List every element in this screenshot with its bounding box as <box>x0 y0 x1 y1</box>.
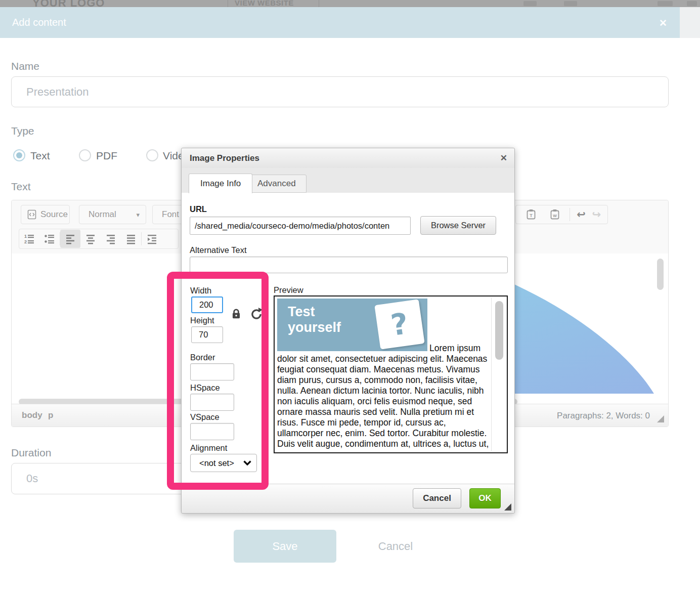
svg-text:W: W <box>553 214 557 218</box>
url-label: URL <box>190 204 207 214</box>
clipboard-undo-group: T W ↩ ↪ <box>515 205 608 224</box>
element-path-p[interactable]: p <box>48 410 53 420</box>
alt-text-input[interactable] <box>190 257 508 273</box>
save-button[interactable]: Save <box>234 530 336 563</box>
question-mark-icon: ? <box>390 318 409 330</box>
question-card: ? <box>374 299 424 349</box>
divider <box>228 0 228 7</box>
alignment-value: <not set> <box>199 458 234 468</box>
radio-text-label[interactable]: Text <box>30 150 50 162</box>
background-icon <box>564 1 577 6</box>
radio-video[interactable] <box>146 149 158 161</box>
chevron-down-icon <box>243 460 251 465</box>
paste-from-word-button[interactable]: W <box>546 205 563 224</box>
height-input[interactable] <box>191 326 223 343</box>
vspace-input[interactable] <box>190 423 234 440</box>
width-label: Width <box>190 286 211 295</box>
preview-lorem-text: Lorem ipsum dolor sit amet, consectetuer… <box>277 343 489 450</box>
hspace-label: HSpace <box>190 383 220 393</box>
modal-header: Add content ✕ <box>0 7 680 38</box>
alt-text-label: Alternative Text <box>190 245 247 255</box>
vspace-label: VSpace <box>190 412 220 422</box>
align-justify-button[interactable] <box>121 230 141 248</box>
svg-text:2: 2 <box>24 239 27 244</box>
border-input[interactable] <box>190 363 234 380</box>
lock-ratio-icon[interactable] <box>230 307 243 322</box>
height-label: Height <box>190 316 214 325</box>
screen: YOUR LOGO VIEW WEBSITE Add content ✕ Nam… <box>0 0 700 594</box>
svg-text:1: 1 <box>24 234 27 239</box>
paste-text-icon: T <box>525 208 537 221</box>
editor-resize-grip[interactable] <box>657 415 664 422</box>
paragraph-format-value: Normal <box>89 209 116 220</box>
alignment-label: Alignment <box>190 443 227 453</box>
word-count: Paragraphs: 2, Words: 0 <box>557 411 650 421</box>
chevron-down-icon: ▾ <box>136 211 140 219</box>
preview-image-test-yourself: Test yourself ? <box>277 299 427 351</box>
editor-vertical-scrollbar[interactable] <box>657 259 664 290</box>
background-icon <box>658 1 673 6</box>
image-properties-dialog: Image Properties ✕ Image Info Advanced U… <box>181 148 515 514</box>
preview-scrollbar[interactable] <box>495 301 503 360</box>
text-section-label: Text <box>11 181 31 193</box>
dialog-cancel-button[interactable]: Cancel <box>413 488 461 508</box>
modal-title: Add content <box>12 7 66 38</box>
url-input[interactable] <box>190 217 411 235</box>
dialog-close-icon[interactable]: ✕ <box>500 153 507 163</box>
indent-button[interactable] <box>142 230 162 248</box>
cancel-link[interactable]: Cancel <box>365 530 426 563</box>
border-label: Border <box>190 353 215 362</box>
ordered-list-button[interactable]: 1 2 <box>19 230 39 248</box>
divider <box>570 208 570 221</box>
paragraph-format-dropdown[interactable]: Normal ▾ <box>79 205 146 224</box>
background-icon <box>523 1 537 6</box>
browse-server-button[interactable]: Browse Server <box>420 216 496 235</box>
source-icon <box>27 209 36 220</box>
list-align-group: 1 2 <box>19 229 179 249</box>
hspace-input[interactable] <box>190 394 234 411</box>
dialog-title: Image Properties <box>190 148 259 168</box>
width-input[interactable] <box>191 296 223 313</box>
preview-content: Test yourself ? Lorem ipsum dolor sit am… <box>277 299 492 450</box>
font-dropdown-label: Font <box>162 209 179 220</box>
background-logo: YOUR LOGO <box>32 0 105 7</box>
paste-as-text-button[interactable]: T <box>522 205 540 224</box>
paste-word-icon: W <box>549 208 561 221</box>
divider <box>319 0 319 7</box>
align-left-button[interactable] <box>60 230 80 248</box>
align-right-button[interactable] <box>101 230 121 248</box>
type-label: Type <box>11 125 34 137</box>
source-button-label: Source <box>40 209 68 220</box>
svg-text:T: T <box>530 213 533 218</box>
dialog-resize-grip[interactable] <box>504 503 511 511</box>
element-path-body[interactable]: body <box>22 410 42 420</box>
background-nav-link: VIEW WEBSITE <box>235 0 294 7</box>
dialog-ok-button[interactable]: OK <box>469 488 501 508</box>
tab-image-info[interactable]: Image Info <box>189 174 252 193</box>
radio-pdf[interactable] <box>79 149 91 161</box>
reset-size-icon[interactable] <box>250 307 263 322</box>
alignment-select[interactable]: <not set> <box>190 454 257 472</box>
align-center-button[interactable] <box>80 230 101 248</box>
bullet-list-button[interactable] <box>39 230 60 248</box>
preview-scroll-track <box>491 298 492 451</box>
undo-icon[interactable]: ↩ <box>577 209 586 220</box>
name-input[interactable] <box>11 76 669 107</box>
redo-icon[interactable]: ↪ <box>592 209 601 220</box>
preview-label: Preview <box>274 285 303 295</box>
background-page-header: YOUR LOGO VIEW WEBSITE <box>0 0 700 7</box>
dialog-footer: Cancel OK <box>182 484 514 513</box>
dialog-tabstrip: Image Info Advanced <box>182 168 514 193</box>
duration-label: Duration <box>11 447 51 459</box>
close-icon[interactable]: ✕ <box>659 17 667 29</box>
radio-pdf-label[interactable]: PDF <box>96 150 117 162</box>
background-gap <box>680 7 700 38</box>
preview-box: Test yourself ? Lorem ipsum dolor sit am… <box>274 295 508 453</box>
tab-advanced[interactable]: Advanced <box>247 175 307 193</box>
dialog-title-bar[interactable]: Image Properties ✕ <box>182 148 514 168</box>
radio-text[interactable] <box>13 149 25 161</box>
source-button[interactable]: Source <box>21 205 70 224</box>
name-label: Name <box>11 60 39 72</box>
background-icon <box>687 1 697 6</box>
